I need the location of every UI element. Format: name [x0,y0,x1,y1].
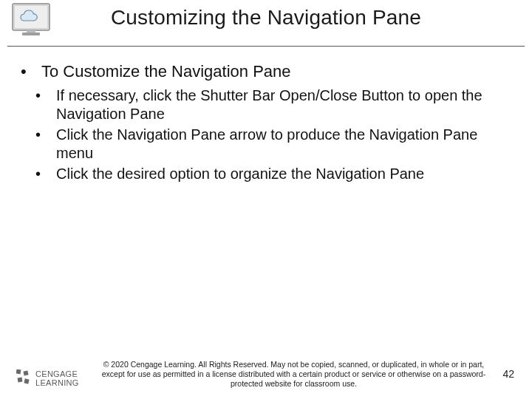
svg-rect-5 [23,370,28,375]
bullet-dot-icon: • [46,126,56,145]
bullet-dot-icon: • [46,86,56,106]
bullet-l1-text: To Customize the Navigation Pane [41,62,291,81]
copyright-notice: © 2020 Cengage Learning. All Rights Rese… [100,360,488,389]
svg-rect-3 [22,33,40,35]
bullet-l2-text: Click the desired option to organize the… [56,166,424,182]
svg-rect-2 [27,30,35,33]
publisher-logo-text: CENGAGE Learning [35,370,79,387]
slide-body: •To Customize the Navigation Pane •If ne… [0,47,532,183]
bullet-l2-text: Click the Navigation Pane arrow to produ… [56,126,477,162]
page-number: 42 [502,368,514,380]
bullet-dot-icon: • [31,61,41,82]
bullet-level-2: •Click the Navigation Pane arrow to prod… [31,126,510,163]
logo-line1: CENGAGE [35,369,78,378]
slide: Customizing the Navigation Pane •To Cust… [0,0,532,399]
svg-rect-4 [16,369,21,374]
bullet-level-1: •To Customize the Navigation Pane [31,61,510,82]
slide-title: Customizing the Navigation Pane [7,6,525,30]
bullet-level-2: •If necessary, click the Shutter Bar Ope… [31,86,510,124]
publisher-logo: CENGAGE Learning [16,369,79,389]
slide-footer: CENGAGE Learning © 2020 Cengage Learning… [0,356,532,390]
bullet-l2-text: If necessary, click the Shutter Bar Open… [56,87,482,123]
logo-line2: Learning [35,378,79,387]
slide-header: Customizing the Navigation Pane [7,0,525,47]
bullet-level-2: •Click the desired option to organize th… [31,165,510,184]
svg-rect-6 [18,378,23,383]
cengage-mark-icon [16,369,31,389]
svg-rect-7 [24,378,29,383]
bullet-dot-icon: • [46,165,56,184]
